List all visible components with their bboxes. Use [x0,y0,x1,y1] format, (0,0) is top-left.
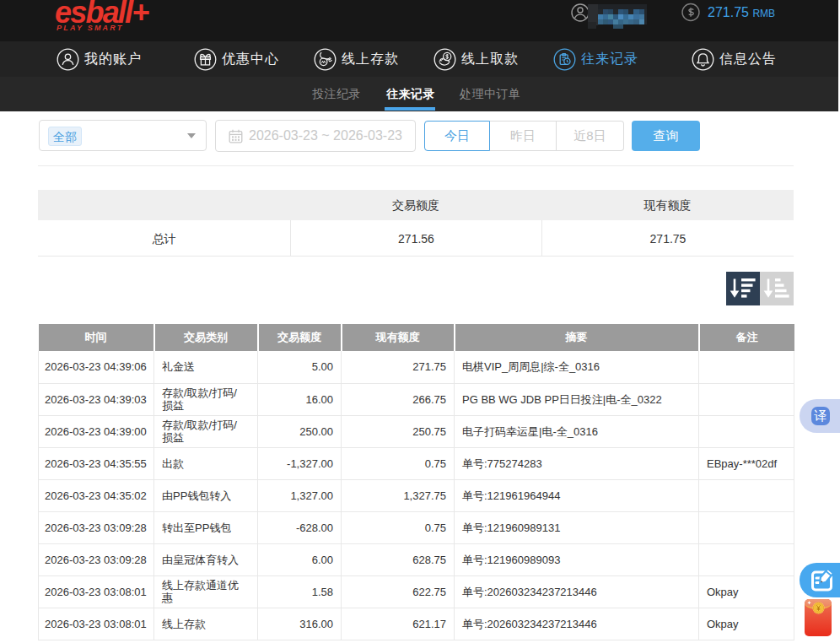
svg-text:PLAY SMART: PLAY SMART [57,24,124,32]
